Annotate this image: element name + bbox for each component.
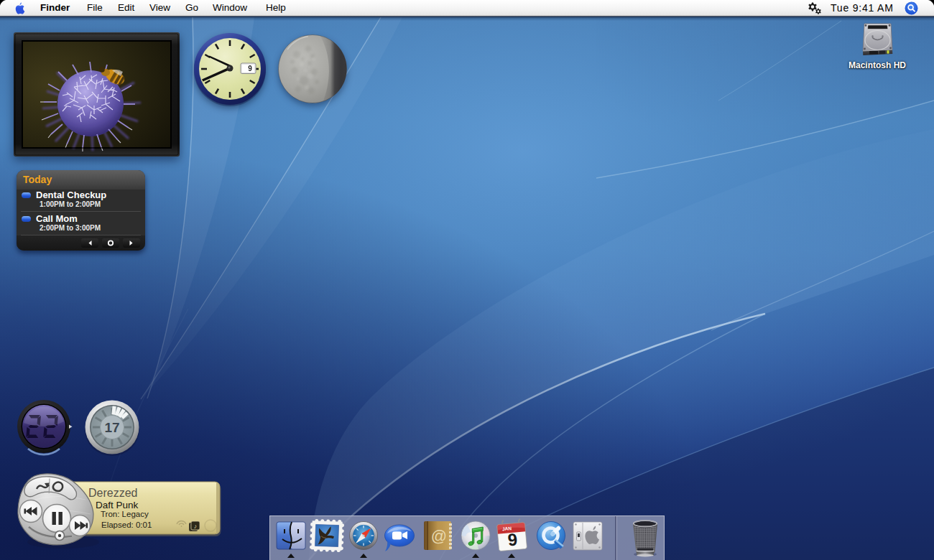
svg-text:17: 17	[104, 420, 119, 435]
svg-text:Tron: Legacy: Tron: Legacy	[101, 510, 149, 518]
svg-text:9: 9	[248, 65, 252, 73]
svg-text:@: @	[431, 527, 447, 545]
svg-text:♪: ♪	[194, 523, 198, 530]
svg-text:Elapsed: 0:01: Elapsed: 0:01	[101, 521, 152, 529]
svg-text:9: 9	[507, 529, 519, 549]
svg-text:Derezzed: Derezzed	[88, 487, 137, 499]
